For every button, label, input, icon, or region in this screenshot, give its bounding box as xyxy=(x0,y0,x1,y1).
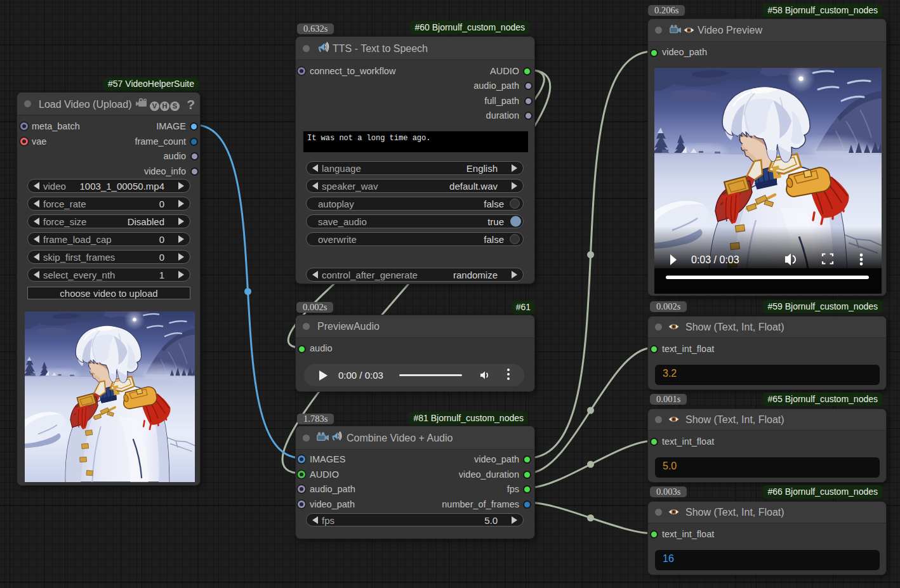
svg-text:0:03 / 0:03: 0:03 / 0:03 xyxy=(691,254,739,265)
